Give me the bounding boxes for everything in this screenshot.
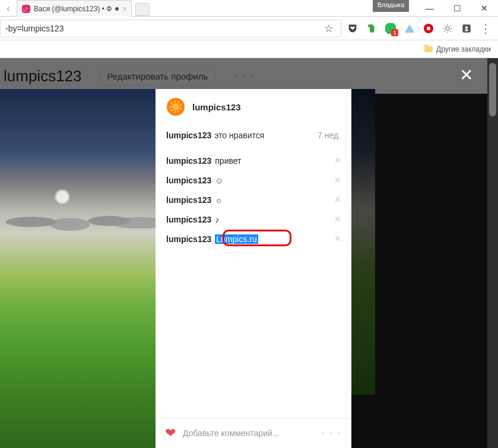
comment-user[interactable]: lumpics123 — [166, 195, 211, 205]
bookmark-star-icon[interactable]: ☆ — [322, 22, 336, 35]
save-ext-icon[interactable] — [460, 22, 473, 35]
comment-text: ☼ — [215, 195, 223, 205]
comment-delete-icon[interactable]: × — [334, 213, 341, 225]
folder-icon — [424, 46, 433, 52]
comment-user[interactable]: lumpics123 — [166, 215, 211, 224]
more-options-icon[interactable]: ○ ○ ○ — [321, 430, 342, 437]
window-user-badge: Владыка — [373, 0, 409, 12]
comment-user[interactable]: lumpics123 — [166, 176, 211, 185]
comment-user[interactable]: lumpics123 — [166, 156, 211, 166]
adblock-icon[interactable]: 1 — [384, 22, 397, 35]
comments-list: lumpics123 привет × lumpics123 ☺ × lumpi… — [156, 148, 351, 251]
add-comment-input[interactable]: Добавьте комментарий... — [183, 428, 313, 438]
scrollbar-thumb[interactable] — [489, 63, 496, 116]
post-author-row: lumpics123 — [156, 89, 351, 125]
panel-footer: ❤ Добавьте комментарий... ○ ○ ○ — [156, 418, 351, 448]
comment-text-selected[interactable]: Lumpics.ru — [215, 234, 258, 244]
evernote-icon[interactable] — [365, 22, 378, 35]
comment-text: ♪ — [215, 215, 219, 224]
overlay-scrollbar[interactable] — [487, 58, 498, 448]
post-image-right-sliver — [351, 89, 375, 395]
comment-text: ☺ — [215, 176, 223, 185]
yandex-icon[interactable] — [403, 22, 416, 35]
author-username[interactable]: lumpics123 — [192, 102, 241, 112]
window-maximize-button[interactable]: ☐ — [443, 0, 471, 17]
window-titlebar: ‹ Вася (@lumpics123) • Ф × Владыка — ☐ ✕ — [0, 0, 498, 17]
likes-row: lumpics123 это нравится 7 нед. — [156, 125, 351, 148]
page-content: lumpics123 Редактировать профиль ○ ○ ○ ✕… — [0, 58, 498, 448]
comment-text: привет — [215, 156, 241, 166]
post-side-panel: lumpics123 lumpics123 это нравится 7 нед… — [156, 89, 351, 448]
tab-strip: ‹ Вася (@lumpics123) • Ф × — [0, 0, 150, 17]
author-avatar[interactable] — [166, 97, 185, 116]
address-bar-row: -by=lumpics123 ☆ 1 ⋮ — [0, 17, 498, 40]
post-image[interactable] — [0, 89, 156, 448]
browser-menu-icon[interactable]: ⋮ — [479, 22, 492, 35]
post-time: 7 нед. — [318, 131, 341, 140]
devtools-icon[interactable] — [441, 22, 454, 35]
svg-rect-4 — [465, 29, 468, 31]
comment-delete-icon[interactable]: × — [334, 233, 341, 245]
new-tab-button[interactable] — [135, 3, 150, 16]
svg-point-1 — [446, 27, 449, 30]
window-close-button[interactable]: ✕ — [471, 0, 498, 17]
browser-tab-active[interactable]: Вася (@lumpics123) • Ф × — [17, 0, 132, 17]
adblock-badge: 1 — [391, 29, 398, 36]
instagram-icon — [22, 5, 30, 13]
comment-row: lumpics123 привет × — [166, 151, 341, 170]
tab-title: Вася (@lumpics123) • Ф — [34, 5, 112, 13]
bookmarks-bar: Другие закладки — [0, 40, 498, 58]
comment-row: lumpics123 ♪ × — [166, 209, 341, 229]
tab-scroll-left[interactable]: ‹ — [0, 0, 17, 17]
likes-username[interactable]: lumpics123 — [166, 131, 211, 140]
opera-icon[interactable] — [422, 22, 435, 35]
window-minimize-button[interactable]: — — [416, 0, 443, 17]
svg-point-3 — [465, 26, 468, 29]
comment-user[interactable]: lumpics123 — [166, 234, 211, 244]
comment-delete-icon[interactable]: × — [334, 154, 341, 167]
address-bar[interactable]: -by=lumpics123 ☆ — [0, 20, 341, 37]
comment-delete-icon[interactable]: × — [334, 174, 341, 186]
heart-icon[interactable]: ❤ — [165, 425, 176, 441]
address-text: -by=lumpics123 — [5, 24, 322, 33]
tab-status-dot — [115, 7, 119, 11]
other-bookmarks-link[interactable]: Другие закладки — [436, 45, 491, 53]
comment-delete-icon[interactable]: × — [334, 193, 341, 206]
close-icon[interactable]: ✕ — [459, 65, 473, 85]
comment-row: lumpics123 ☺ × — [166, 170, 341, 190]
comment-row: lumpics123 ☼ × — [166, 190, 341, 209]
extensions-toolbar: 1 ⋮ — [341, 22, 494, 35]
pocket-icon[interactable] — [346, 22, 359, 35]
likes-text: это нравится — [214, 131, 264, 140]
tab-close-button[interactable]: × — [122, 5, 126, 13]
comment-row: lumpics123 Lumpics.ru × — [166, 229, 341, 249]
